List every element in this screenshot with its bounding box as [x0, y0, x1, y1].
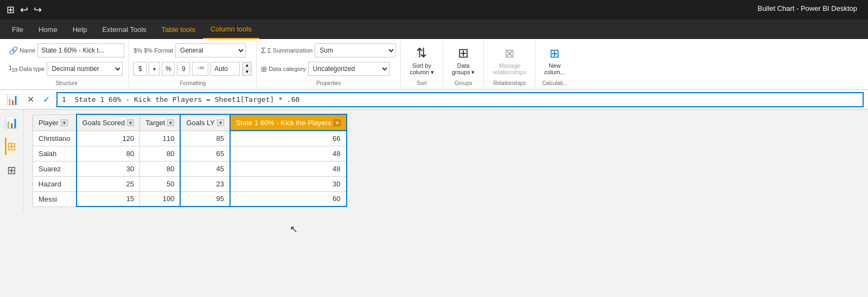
ribbon-group-calculations: ⊞ New colum... Calculati...	[535, 41, 574, 88]
menu-help[interactable]: Help	[65, 20, 95, 39]
summarization-row: Σ Σ Summarization Sum	[261, 43, 396, 57]
redo-icon[interactable]: ↪	[34, 4, 42, 16]
format-select[interactable]: General	[175, 43, 246, 57]
sigma-icon: Σ	[261, 46, 266, 55]
name-input[interactable]	[37, 43, 124, 57]
comma-button[interactable]: 9	[177, 62, 190, 76]
cell-state60-2: 48	[230, 161, 347, 176]
cell-state60-1: 48	[230, 146, 347, 161]
currency-button[interactable]: $	[133, 62, 146, 76]
table-row: Suarez 30 80 45 48	[33, 161, 347, 176]
stepper-up[interactable]: ▲	[242, 62, 251, 69]
datacategory-icon: ⊞	[261, 65, 267, 73]
ribbon-group-sort: ⇅ Sort by column ▾ Sort	[401, 41, 443, 88]
ribbon: 🔗 Name 123 Data type Decimal number Stru…	[0, 39, 868, 90]
groups-icon: ⊞	[458, 46, 469, 61]
ribbon-group-relationships: ⊠ Manage relationships Relationships	[484, 41, 535, 88]
manage-relationships-button[interactable]: ⊠ Manage relationships	[488, 44, 531, 78]
data-groups-button[interactable]: ⊞ Data groups ▾	[448, 43, 480, 78]
target-filter-btn[interactable]: ▾	[167, 119, 174, 126]
cell-player-1: Salah	[33, 146, 76, 161]
auto-stepper[interactable]: ▲ ▼	[242, 62, 252, 76]
player-filter-btn[interactable]: ▾	[61, 119, 68, 126]
col-goals-scored-header: Goals Scored ▾	[76, 114, 140, 131]
table-row: Salah 80 80 65 48	[33, 146, 347, 161]
cell-target-3: 50	[140, 176, 181, 191]
menu-external-tools[interactable]: External Tools	[94, 20, 154, 39]
table-row: Messi 15 100 95 60	[33, 191, 347, 206]
format-dropdown[interactable]: ▾	[149, 62, 159, 76]
datatype-row: 123 Data type Decimal number	[9, 62, 123, 76]
menu-column-tools[interactable]: Column tools	[203, 20, 259, 39]
cell-goals-3: 25	[76, 176, 140, 191]
ribbon-group-structure: 🔗 Name 123 Data type Decimal number Stru…	[4, 41, 129, 88]
cell-target-0: 110	[140, 131, 181, 146]
percent-button[interactable]: %	[162, 62, 175, 76]
cell-goals-0: 120	[76, 131, 140, 146]
table-view-icon[interactable]: ⊞	[5, 138, 18, 155]
cell-target-1: 80	[140, 146, 181, 161]
col-target-header: Target ▾	[140, 114, 181, 131]
cancel-icon[interactable]: ✕	[25, 93, 36, 106]
table-row: Christiano 120 110 85 66	[33, 131, 347, 146]
cell-goalsly-4: 95	[180, 191, 230, 206]
main-area: 📊 ⊞ ⊞ Player ▾ Goals Scored ▾	[0, 109, 868, 211]
save-icon[interactable]: ⊞	[7, 4, 15, 16]
table-row: Hazard 25 50 23 30	[33, 176, 347, 191]
title-bar: ⊞ ↩ ↪ Bullet Chart - Power BI Desktop	[0, 0, 868, 20]
cell-goalsly-3: 23	[180, 176, 230, 191]
datacategory-label: ⊞ Data category	[261, 65, 305, 73]
sort-group-label: Sort	[405, 78, 438, 86]
state60-filter-btn[interactable]: ▾	[334, 119, 341, 126]
ribbon-group-groups: ⊞ Data groups ▾ Groups	[443, 41, 484, 88]
datatype-icon: 123	[9, 64, 17, 73]
cell-state60-4: 60	[230, 191, 347, 206]
cell-state60-3: 30	[230, 176, 347, 191]
auto-input[interactable]	[210, 62, 240, 76]
datacategory-row: ⊞ Data category Uncategorized	[261, 62, 389, 76]
goals-ly-filter-btn[interactable]: ▾	[217, 119, 224, 126]
sort-by-column-button[interactable]: ⇅ Sort by column ▾	[405, 43, 438, 78]
col-goals-ly-header: Goals LY ▾	[180, 114, 230, 131]
app-title: Bullet Chart - Power BI Desktop	[757, 4, 857, 12]
data-table: Player ▾ Goals Scored ▾ Target ▾	[33, 114, 347, 207]
cell-goalsly-2: 45	[180, 161, 230, 176]
menu-file[interactable]: File	[4, 20, 31, 39]
menu-home[interactable]: Home	[31, 20, 65, 39]
properties-group-label: Properties	[261, 78, 396, 86]
undo-icon[interactable]: ↩	[20, 4, 28, 16]
sort-icon: ⇅	[416, 46, 427, 61]
cell-player-3: Hazard	[33, 176, 76, 191]
new-column-button[interactable]: ⊞ New colum...	[540, 44, 570, 78]
cell-state60-0: 66	[230, 131, 347, 146]
ribbon-group-formatting: $% $% Format General $ ▾ % 9 ⁻⁰⁰ ▲ ▼	[129, 41, 257, 88]
groups-group-label: Groups	[448, 78, 480, 86]
datacategory-select[interactable]: Uncategorized	[308, 62, 390, 76]
confirm-icon[interactable]: ✓	[41, 93, 52, 106]
cell-player-0: Christiano	[33, 131, 76, 146]
formula-bar: 📊 ✕ ✓	[0, 90, 868, 109]
menu-table-tools[interactable]: Table tools	[154, 20, 203, 39]
summarization-select[interactable]: Sum	[315, 43, 396, 57]
decimal-button[interactable]: ⁻⁰⁰	[192, 62, 208, 76]
new-column-icon: ⊞	[550, 47, 559, 61]
formula-input[interactable]	[56, 92, 864, 107]
ribbon-group-properties: Σ Σ Summarization Sum ⊞ Data category Un…	[257, 41, 401, 88]
table-header-row: Player ▾ Goals Scored ▾ Target ▾	[33, 114, 347, 131]
cell-target-4: 100	[140, 191, 181, 206]
cell-target-2: 80	[140, 161, 181, 176]
datatype-select[interactable]: Decimal number	[47, 62, 123, 76]
cell-player-2: Suarez	[33, 161, 76, 176]
structure-group-label: Structure	[9, 78, 124, 86]
relationships-group-label: Relationships	[488, 78, 531, 86]
stepper-down[interactable]: ▼	[242, 69, 251, 76]
model-view-icon[interactable]: ⊞	[5, 162, 18, 179]
menu-bar: File Home Help External Tools Table tool…	[0, 20, 868, 39]
cell-goalsly-0: 85	[180, 131, 230, 146]
report-view-icon[interactable]: 📊	[3, 114, 21, 131]
col-player-header: Player ▾	[33, 114, 76, 131]
goals-scored-filter-btn[interactable]: ▾	[127, 119, 134, 126]
col-state-60-header: State 1 60% - Kick the Players ▾	[230, 114, 347, 131]
name-row: 🔗 Name	[9, 43, 124, 57]
format-icon: $%	[133, 47, 142, 54]
